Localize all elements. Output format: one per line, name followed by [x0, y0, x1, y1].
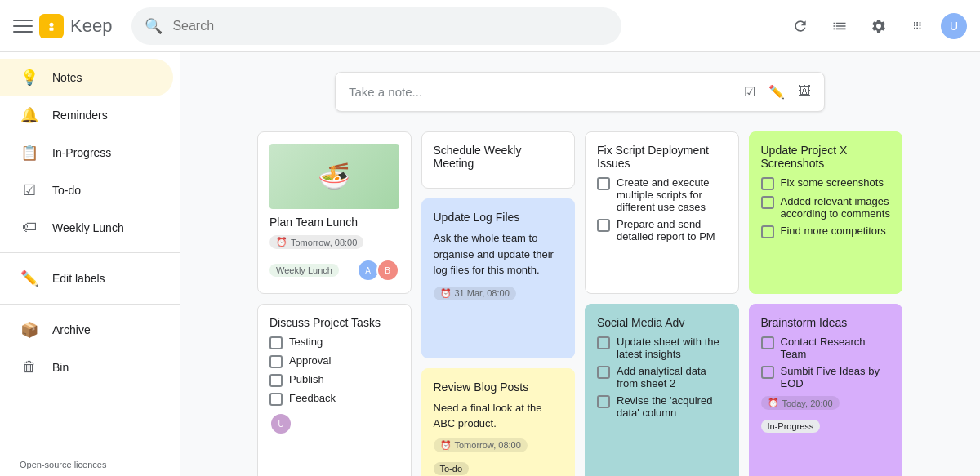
note-review-blog[interactable]: Review Blog Posts Need a final look at t… — [421, 368, 576, 476]
app-name: Keep — [70, 16, 112, 37]
checkbox-item: Feedback — [270, 392, 399, 406]
checkbox[interactable] — [761, 196, 774, 209]
checkbox[interactable] — [761, 225, 774, 238]
checkbox[interactable] — [270, 374, 283, 387]
checkbox[interactable] — [597, 395, 610, 408]
note-update-log[interactable]: Update Log Files Ask the whole team to o… — [421, 198, 576, 358]
checkbox[interactable] — [270, 336, 283, 349]
sidebar-item-edit-labels[interactable]: ✏️ Edit labels — [0, 260, 173, 297]
checkbox[interactable] — [597, 219, 610, 232]
image-icon[interactable]: 🖼 — [798, 84, 811, 100]
note-schedule-weekly[interactable]: Schedule Weekly Meeting — [421, 131, 576, 189]
main-content: Take a note... ☑ ✏️ 🖼 🍜 Plan Team Lunch … — [180, 52, 980, 476]
sidebar-item-edit-labels-label: Edit labels — [52, 272, 105, 285]
topbar-left: Keep — [13, 14, 112, 38]
weekly-lunch-icon: 🏷 — [20, 219, 39, 236]
sidebar-divider — [0, 252, 180, 253]
bin-icon: 🗑 — [20, 358, 39, 376]
checkbox-item: Testing — [270, 336, 399, 349]
refresh-icon[interactable] — [784, 10, 817, 42]
checkbox-icon[interactable]: ☑ — [744, 84, 755, 100]
sidebar-item-reminders[interactable]: 🔔 Reminders — [0, 96, 173, 134]
note-social-media[interactable]: Social Media Adv Update sheet with the l… — [585, 304, 739, 476]
note-title: Review Blog Posts — [434, 380, 564, 394]
in-progress-icon: 📋 — [20, 144, 39, 162]
svg-point-1 — [50, 22, 54, 26]
checkbox-item: Sumbit Five Ideas by EOD — [761, 365, 891, 389]
apps-icon[interactable] — [902, 10, 934, 42]
checkbox-item: Create and execute multiple scripts for … — [597, 176, 727, 213]
search-icon: 🔍 — [145, 17, 163, 35]
note-title: Plan Team Lunch — [270, 216, 399, 229]
topbar-right: U — [784, 10, 967, 42]
reminders-icon: 🔔 — [20, 106, 39, 124]
checkbox[interactable] — [270, 393, 283, 406]
note-input-icons: ☑ ✏️ 🖼 — [744, 84, 811, 100]
note-food-image: 🍜 — [270, 144, 399, 209]
note-update-project-x[interactable]: Update Project X Screenshots Fix some sc… — [749, 131, 903, 294]
status-badge: In-Progress — [761, 420, 821, 433]
checkbox[interactable] — [761, 366, 774, 379]
note-plan-team-lunch[interactable]: 🍜 Plan Team Lunch ⏰Tomorrow, 08:00 Weekl… — [257, 131, 412, 294]
edit-labels-icon: ✏️ — [20, 269, 39, 287]
note-title: Discuss Project Tasks — [270, 316, 399, 329]
checkbox[interactable] — [761, 336, 774, 349]
to-do-icon: ☑ — [20, 181, 39, 199]
note-body: Ask the whole team to organise and updat… — [434, 230, 564, 278]
menu-button[interactable] — [13, 16, 33, 36]
note-title: Social Media Adv — [597, 316, 727, 329]
note-reminder: ⏰Tomorrow, 08:00 — [434, 438, 528, 452]
checkbox-item: Revise the 'acquired data' column — [597, 394, 727, 419]
checkbox[interactable] — [597, 336, 610, 349]
note-title: Update Project X Screenshots — [761, 144, 891, 170]
checkbox-item: Update sheet with the latest insights — [597, 336, 727, 360]
main-layout: 💡 Notes 🔔 Reminders 📋 In-Progress ☑ To-d… — [0, 52, 980, 476]
sidebar-item-notes[interactable]: 💡 Notes — [0, 59, 173, 96]
note-reminder: ⏰Today, 20:00 — [761, 396, 840, 410]
note-title: Brainstorm Ideas — [761, 316, 891, 329]
to-do-badge: To-do — [434, 462, 470, 475]
avatar-2: B — [376, 259, 399, 282]
sidebar-divider-2 — [0, 304, 180, 305]
checkbox[interactable] — [597, 177, 610, 190]
sidebar-item-weekly-lunch-label: Weekly Lunch — [52, 221, 124, 234]
sidebar: 💡 Notes 🔔 Reminders 📋 In-Progress ☑ To-d… — [0, 52, 180, 476]
pencil-icon[interactable]: ✏️ — [768, 84, 785, 100]
checkbox[interactable] — [597, 366, 610, 379]
note-brainstorm[interactable]: Brainstorm Ideas Contact Research Team S… — [749, 304, 903, 476]
note-body: Need a final look at the ABC product. — [434, 400, 564, 432]
checkbox-item: Prepare and send detailed report to PM — [597, 218, 727, 242]
sidebar-item-archive[interactable]: 📦 Archive — [0, 311, 173, 349]
checkbox-item: Approval — [270, 354, 399, 368]
footer-open-source[interactable]: Open-source licences — [0, 453, 126, 476]
sidebar-item-weekly-lunch[interactable]: 🏷 Weekly Lunch — [0, 209, 173, 246]
search-bar[interactable]: 🔍 — [131, 7, 621, 45]
settings-icon[interactable] — [862, 10, 895, 42]
sidebar-item-archive-label: Archive — [52, 323, 91, 336]
note-input-placeholder: Take a note... — [349, 85, 744, 99]
topbar: Keep 🔍 U — [0, 0, 980, 52]
checkbox[interactable] — [270, 355, 283, 368]
note-input-bar[interactable]: Take a note... ☑ ✏️ 🖼 — [335, 72, 825, 112]
note-title: Fix Script Deployment Issues — [597, 144, 727, 170]
sidebar-item-in-progress[interactable]: 📋 In-Progress — [0, 134, 173, 171]
list-view-icon[interactable] — [823, 10, 856, 42]
sidebar-item-to-do[interactable]: ☑ To-do — [0, 171, 173, 209]
search-input[interactable] — [172, 19, 608, 33]
app-logo — [39, 14, 64, 38]
avatar-user: U — [270, 412, 292, 435]
note-title: Update Log Files — [434, 211, 564, 224]
note-discuss-project[interactable]: Discuss Project Tasks Testing Approval P… — [257, 304, 412, 476]
note-reminder: ⏰31 Mar, 08:00 — [434, 287, 516, 300]
sidebar-item-bin[interactable]: 🗑 Bin — [0, 349, 173, 385]
checkbox-item: Find more competitors — [761, 225, 891, 238]
svg-rect-2 — [50, 27, 54, 30]
notes-icon: 💡 — [20, 69, 39, 87]
note-fix-script[interactable]: Fix Script Deployment Issues Create and … — [585, 131, 739, 294]
checkbox[interactable] — [761, 177, 774, 190]
checkbox-item: Fix some screenshots — [761, 176, 891, 190]
checkbox-item: Contact Research Team — [761, 336, 891, 360]
sidebar-item-notes-label: Notes — [52, 71, 82, 84]
weekly-lunch-tag: Weekly Lunch — [270, 264, 339, 277]
user-avatar[interactable]: U — [941, 13, 967, 39]
